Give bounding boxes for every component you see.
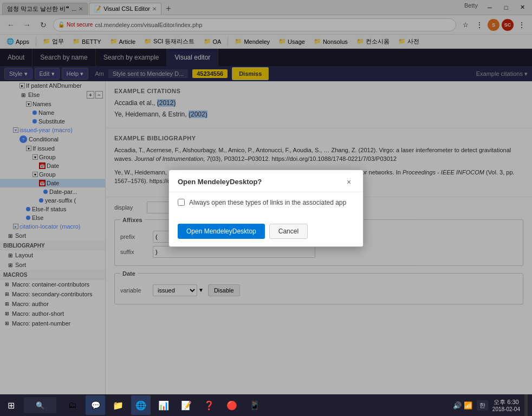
taskbar-icon-word[interactable]: 📝 bbox=[177, 395, 196, 415]
taskbar-icon-mendeley[interactable]: 🔴 bbox=[222, 395, 242, 415]
volume-icon[interactable]: 🔊 bbox=[453, 401, 462, 410]
modal-checkbox-label: Always open these types of links in the … bbox=[189, 199, 346, 206]
taskbar-date-text: 2018-02-04 bbox=[492, 406, 520, 412]
modal-title: Open MendeleyDesktop? bbox=[178, 178, 262, 186]
taskbar-icon-store[interactable]: 💬 bbox=[86, 395, 105, 415]
taskbar: ⊞ 🔍 🗂 💬 📁 🌐 📊 📝 ❓ 🔴 📱 bbox=[0, 394, 532, 416]
cortana-icon: 🗂 bbox=[68, 400, 77, 410]
taskbar-icon-excel[interactable]: 📊 bbox=[154, 395, 173, 415]
modal-close-button[interactable]: × bbox=[343, 177, 354, 187]
mendeley-icon: 🔴 bbox=[226, 400, 237, 411]
modal: Open MendeleyDesktop? × Always open thes… bbox=[168, 170, 364, 247]
cancel-button[interactable]: Cancel bbox=[269, 224, 308, 239]
excel-icon: 📊 bbox=[158, 400, 169, 411]
taskbar-clock: 오후 6:30 2018-02-04 bbox=[492, 398, 520, 412]
search-icon: 🔍 bbox=[36, 401, 44, 410]
show-desktop-button[interactable] bbox=[524, 394, 528, 416]
open-mendeley-button[interactable]: Open MendeleyDesktop bbox=[178, 224, 265, 239]
windows-icon: ⊞ bbox=[8, 400, 15, 411]
taskbar-search-button[interactable]: 🔍 bbox=[24, 397, 56, 413]
browser-icon: 🌐 bbox=[135, 400, 146, 411]
taskbar-icon-skype[interactable]: 📱 bbox=[245, 395, 264, 415]
start-button[interactable]: ⊞ bbox=[0, 394, 22, 416]
store-icon: 💬 bbox=[91, 401, 100, 410]
skype-icon: 📱 bbox=[249, 400, 260, 411]
taskbar-lang-badge[interactable]: 한 bbox=[477, 400, 488, 411]
modal-checkbox[interactable] bbox=[178, 199, 185, 206]
taskbar-time-text: 오후 6:30 bbox=[494, 398, 518, 406]
taskbar-icon-explorer[interactable]: 📁 bbox=[108, 395, 128, 415]
network-icon[interactable]: 📶 bbox=[464, 401, 472, 410]
explorer-icon: 📁 bbox=[113, 400, 124, 411]
help-icon: ❓ bbox=[204, 400, 215, 411]
taskbar-icon-cortana[interactable]: 🗂 bbox=[63, 395, 82, 415]
modal-overlay: Open MendeleyDesktop? × Always open thes… bbox=[0, 0, 532, 416]
taskbar-icon-browser[interactable]: 🌐 bbox=[131, 395, 151, 415]
word-icon: 📝 bbox=[181, 400, 192, 411]
taskbar-icon-help[interactable]: ❓ bbox=[199, 395, 219, 415]
taskbar-sys-area: 🔊 📶 bbox=[453, 401, 472, 410]
